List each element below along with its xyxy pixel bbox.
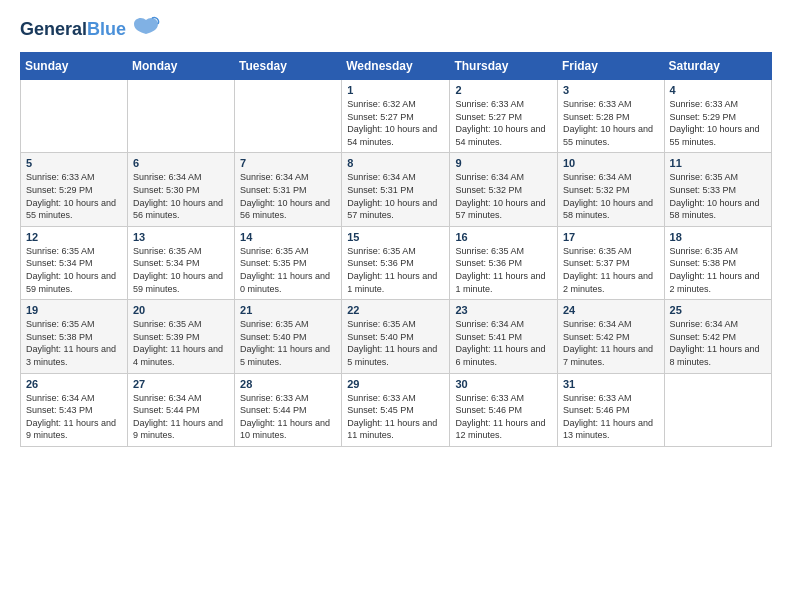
calendar-cell: 27Sunrise: 6:34 AM Sunset: 5:44 PM Dayli… — [127, 373, 234, 446]
calendar-cell: 3Sunrise: 6:33 AM Sunset: 5:28 PM Daylig… — [557, 80, 664, 153]
day-number: 29 — [347, 378, 444, 390]
day-number: 8 — [347, 157, 444, 169]
day-number: 10 — [563, 157, 659, 169]
day-info: Sunrise: 6:35 AM Sunset: 5:36 PM Dayligh… — [455, 245, 552, 295]
day-number: 17 — [563, 231, 659, 243]
calendar-week-row: 1Sunrise: 6:32 AM Sunset: 5:27 PM Daylig… — [21, 80, 772, 153]
day-number: 2 — [455, 84, 552, 96]
calendar-cell — [21, 80, 128, 153]
day-number: 12 — [26, 231, 122, 243]
calendar-cell: 24Sunrise: 6:34 AM Sunset: 5:42 PM Dayli… — [557, 300, 664, 373]
weekday-header-monday: Monday — [127, 53, 234, 80]
calendar-cell: 5Sunrise: 6:33 AM Sunset: 5:29 PM Daylig… — [21, 153, 128, 226]
weekday-header-row: SundayMondayTuesdayWednesdayThursdayFrid… — [21, 53, 772, 80]
calendar-table: SundayMondayTuesdayWednesdayThursdayFrid… — [20, 52, 772, 447]
weekday-header-tuesday: Tuesday — [235, 53, 342, 80]
day-number: 21 — [240, 304, 336, 316]
calendar-cell: 16Sunrise: 6:35 AM Sunset: 5:36 PM Dayli… — [450, 226, 558, 299]
day-info: Sunrise: 6:34 AM Sunset: 5:43 PM Dayligh… — [26, 392, 122, 442]
day-info: Sunrise: 6:34 AM Sunset: 5:32 PM Dayligh… — [455, 171, 552, 221]
day-number: 9 — [455, 157, 552, 169]
day-number: 24 — [563, 304, 659, 316]
day-info: Sunrise: 6:33 AM Sunset: 5:46 PM Dayligh… — [455, 392, 552, 442]
day-info: Sunrise: 6:35 AM Sunset: 5:35 PM Dayligh… — [240, 245, 336, 295]
logo-general: GeneralBlue — [20, 19, 126, 40]
calendar-cell: 15Sunrise: 6:35 AM Sunset: 5:36 PM Dayli… — [342, 226, 450, 299]
calendar-cell — [235, 80, 342, 153]
calendar-cell: 29Sunrise: 6:33 AM Sunset: 5:45 PM Dayli… — [342, 373, 450, 446]
calendar-cell: 4Sunrise: 6:33 AM Sunset: 5:29 PM Daylig… — [664, 80, 771, 153]
day-number: 25 — [670, 304, 766, 316]
calendar-cell: 7Sunrise: 6:34 AM Sunset: 5:31 PM Daylig… — [235, 153, 342, 226]
day-info: Sunrise: 6:33 AM Sunset: 5:46 PM Dayligh… — [563, 392, 659, 442]
day-info: Sunrise: 6:35 AM Sunset: 5:37 PM Dayligh… — [563, 245, 659, 295]
day-info: Sunrise: 6:34 AM Sunset: 5:42 PM Dayligh… — [563, 318, 659, 368]
day-info: Sunrise: 6:35 AM Sunset: 5:40 PM Dayligh… — [240, 318, 336, 368]
day-number: 7 — [240, 157, 336, 169]
day-number: 13 — [133, 231, 229, 243]
day-info: Sunrise: 6:34 AM Sunset: 5:44 PM Dayligh… — [133, 392, 229, 442]
day-number: 15 — [347, 231, 444, 243]
day-info: Sunrise: 6:33 AM Sunset: 5:44 PM Dayligh… — [240, 392, 336, 442]
calendar-cell: 20Sunrise: 6:35 AM Sunset: 5:39 PM Dayli… — [127, 300, 234, 373]
calendar-cell: 23Sunrise: 6:34 AM Sunset: 5:41 PM Dayli… — [450, 300, 558, 373]
day-info: Sunrise: 6:34 AM Sunset: 5:41 PM Dayligh… — [455, 318, 552, 368]
day-number: 19 — [26, 304, 122, 316]
day-info: Sunrise: 6:35 AM Sunset: 5:40 PM Dayligh… — [347, 318, 444, 368]
calendar-cell: 30Sunrise: 6:33 AM Sunset: 5:46 PM Dayli… — [450, 373, 558, 446]
day-number: 18 — [670, 231, 766, 243]
day-number: 30 — [455, 378, 552, 390]
calendar-week-row: 19Sunrise: 6:35 AM Sunset: 5:38 PM Dayli… — [21, 300, 772, 373]
calendar-cell: 1Sunrise: 6:32 AM Sunset: 5:27 PM Daylig… — [342, 80, 450, 153]
day-info: Sunrise: 6:33 AM Sunset: 5:28 PM Dayligh… — [563, 98, 659, 148]
header: GeneralBlue — [20, 16, 772, 42]
day-info: Sunrise: 6:34 AM Sunset: 5:31 PM Dayligh… — [240, 171, 336, 221]
day-number: 23 — [455, 304, 552, 316]
calendar-cell: 14Sunrise: 6:35 AM Sunset: 5:35 PM Dayli… — [235, 226, 342, 299]
day-number: 5 — [26, 157, 122, 169]
day-number: 3 — [563, 84, 659, 96]
day-number: 20 — [133, 304, 229, 316]
day-info: Sunrise: 6:33 AM Sunset: 5:45 PM Dayligh… — [347, 392, 444, 442]
page: GeneralBlue SundayMondayTuesdayWednesday… — [0, 0, 792, 457]
day-number: 14 — [240, 231, 336, 243]
day-info: Sunrise: 6:35 AM Sunset: 5:34 PM Dayligh… — [133, 245, 229, 295]
day-number: 4 — [670, 84, 766, 96]
day-info: Sunrise: 6:33 AM Sunset: 5:27 PM Dayligh… — [455, 98, 552, 148]
calendar-week-row: 12Sunrise: 6:35 AM Sunset: 5:34 PM Dayli… — [21, 226, 772, 299]
calendar-cell: 12Sunrise: 6:35 AM Sunset: 5:34 PM Dayli… — [21, 226, 128, 299]
day-number: 22 — [347, 304, 444, 316]
day-info: Sunrise: 6:34 AM Sunset: 5:42 PM Dayligh… — [670, 318, 766, 368]
day-info: Sunrise: 6:34 AM Sunset: 5:32 PM Dayligh… — [563, 171, 659, 221]
day-number: 31 — [563, 378, 659, 390]
calendar-cell: 22Sunrise: 6:35 AM Sunset: 5:40 PM Dayli… — [342, 300, 450, 373]
day-info: Sunrise: 6:35 AM Sunset: 5:38 PM Dayligh… — [670, 245, 766, 295]
calendar-cell: 11Sunrise: 6:35 AM Sunset: 5:33 PM Dayli… — [664, 153, 771, 226]
day-info: Sunrise: 6:35 AM Sunset: 5:36 PM Dayligh… — [347, 245, 444, 295]
weekday-header-thursday: Thursday — [450, 53, 558, 80]
day-info: Sunrise: 6:34 AM Sunset: 5:30 PM Dayligh… — [133, 171, 229, 221]
day-info: Sunrise: 6:35 AM Sunset: 5:39 PM Dayligh… — [133, 318, 229, 368]
day-info: Sunrise: 6:32 AM Sunset: 5:27 PM Dayligh… — [347, 98, 444, 148]
day-info: Sunrise: 6:35 AM Sunset: 5:34 PM Dayligh… — [26, 245, 122, 295]
day-number: 6 — [133, 157, 229, 169]
logo: GeneralBlue — [20, 16, 160, 42]
calendar-cell: 19Sunrise: 6:35 AM Sunset: 5:38 PM Dayli… — [21, 300, 128, 373]
calendar-cell: 6Sunrise: 6:34 AM Sunset: 5:30 PM Daylig… — [127, 153, 234, 226]
calendar-cell: 31Sunrise: 6:33 AM Sunset: 5:46 PM Dayli… — [557, 373, 664, 446]
weekday-header-saturday: Saturday — [664, 53, 771, 80]
calendar-cell: 10Sunrise: 6:34 AM Sunset: 5:32 PM Dayli… — [557, 153, 664, 226]
calendar-cell: 28Sunrise: 6:33 AM Sunset: 5:44 PM Dayli… — [235, 373, 342, 446]
calendar-cell: 13Sunrise: 6:35 AM Sunset: 5:34 PM Dayli… — [127, 226, 234, 299]
day-info: Sunrise: 6:35 AM Sunset: 5:38 PM Dayligh… — [26, 318, 122, 368]
calendar-cell: 17Sunrise: 6:35 AM Sunset: 5:37 PM Dayli… — [557, 226, 664, 299]
calendar-cell: 25Sunrise: 6:34 AM Sunset: 5:42 PM Dayli… — [664, 300, 771, 373]
calendar-week-row: 26Sunrise: 6:34 AM Sunset: 5:43 PM Dayli… — [21, 373, 772, 446]
calendar-week-row: 5Sunrise: 6:33 AM Sunset: 5:29 PM Daylig… — [21, 153, 772, 226]
day-number: 16 — [455, 231, 552, 243]
day-number: 28 — [240, 378, 336, 390]
weekday-header-sunday: Sunday — [21, 53, 128, 80]
day-number: 1 — [347, 84, 444, 96]
day-number: 27 — [133, 378, 229, 390]
day-number: 11 — [670, 157, 766, 169]
